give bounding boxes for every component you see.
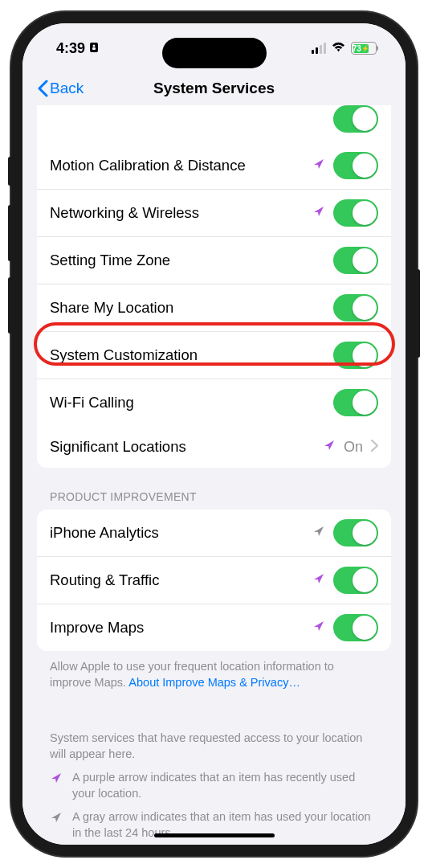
row-label: Share My Location (50, 299, 333, 317)
section-header-product-improvement: PRODUCT IMPROVEMENT (22, 468, 406, 510)
status-time: 4:39 (56, 40, 85, 57)
partial-row-top (37, 105, 391, 142)
dynamic-island (162, 38, 267, 68)
svg-point-1 (93, 44, 96, 47)
list-row: Improve Maps (37, 604, 391, 651)
list-row: Setting Time Zone (37, 237, 391, 285)
list-row: Motion Calibration & Distance (37, 142, 391, 190)
legend-block: System services that have requested acce… (22, 698, 406, 845)
row-label: Motion Calibration & Distance (50, 157, 312, 174)
toggle-switch[interactable] (333, 199, 378, 227)
nav-bar: Back System Services (22, 73, 406, 105)
location-arrow-icon (312, 205, 325, 221)
list-row: Wi-Fi Calling (37, 379, 391, 426)
toggle-switch[interactable] (333, 152, 378, 179)
significant-locations-row[interactable]: Significant Locations On (37, 426, 391, 468)
row-value: On (344, 439, 363, 456)
toggle-switch[interactable] (333, 389, 378, 416)
location-arrow-icon (312, 525, 325, 541)
list-row: Networking & Wireless (37, 190, 391, 237)
svg-rect-2 (92, 47, 96, 50)
home-indicator[interactable] (154, 833, 275, 837)
row-label: Significant Locations (50, 438, 323, 456)
list-row: iPhone Analytics (37, 510, 391, 557)
row-label: Setting Time Zone (50, 252, 333, 269)
back-button[interactable]: Back (37, 80, 84, 97)
legend-intro: System services that have requested acce… (50, 731, 378, 762)
row-label: Wi-Fi Calling (50, 394, 333, 411)
toggle-switch[interactable] (333, 519, 378, 547)
cellular-icon (312, 43, 327, 54)
product-improvement-list: iPhone AnalyticsRouting & TrafficImprove… (37, 510, 391, 651)
row-label: Routing & Traffic (50, 571, 312, 589)
back-label: Back (50, 80, 84, 97)
chevron-right-icon (371, 440, 378, 455)
toggle-switch[interactable] (333, 567, 378, 594)
location-arrow-icon (312, 572, 325, 588)
toggle-switch[interactable] (333, 342, 378, 369)
location-arrow-icon (323, 439, 336, 455)
location-arrow-icon (312, 620, 325, 636)
wifi-icon (331, 40, 346, 57)
row-label: Improve Maps (50, 619, 312, 637)
toggle-switch[interactable] (333, 105, 378, 133)
list-row: Routing & Traffic (37, 557, 391, 604)
row-label: System Customization (50, 346, 333, 364)
row-label: Networking & Wireless (50, 204, 312, 222)
footer-improve-maps: Allow Apple to use your frequent locatio… (22, 651, 406, 698)
legend-purple-text: A purple arrow indicates that an item ha… (72, 770, 378, 801)
content-scroll[interactable]: Motion Calibration & DistanceNetworking … (22, 105, 406, 845)
lock-app-icon (89, 42, 99, 55)
toggle-switch[interactable] (333, 247, 378, 274)
battery-icon: 73⚡ (351, 42, 378, 55)
location-arrow-icon (50, 772, 63, 789)
row-label: iPhone Analytics (50, 524, 312, 542)
list-row: System Customization (37, 332, 391, 379)
toggle-switch[interactable] (333, 294, 378, 321)
toggle-switch[interactable] (333, 614, 378, 641)
location-arrow-icon (50, 811, 63, 829)
about-improve-maps-link[interactable]: About Improve Maps & Privacy… (128, 676, 300, 689)
system-services-list: Motion Calibration & DistanceNetworking … (37, 105, 391, 468)
list-row: Share My Location (37, 285, 391, 332)
location-arrow-icon (312, 158, 325, 174)
